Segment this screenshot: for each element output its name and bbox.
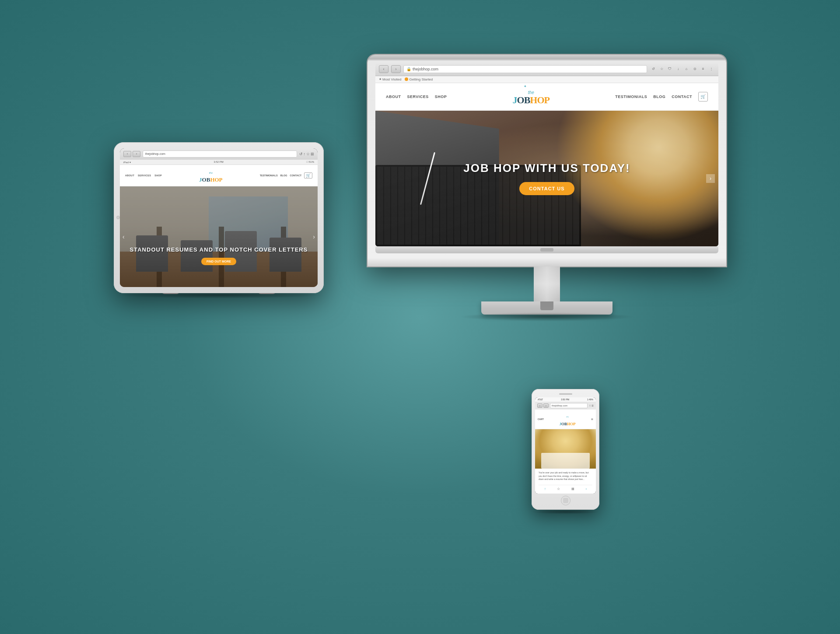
ipad-refresh-icon[interactable]: ↺ bbox=[299, 152, 303, 156]
ipad-hero-prev-arrow[interactable]: ‹ bbox=[122, 233, 125, 240]
iphone-browser-bar: ‹ › thejobhop.com ↑ ≡ bbox=[535, 402, 596, 410]
browser-back-btn[interactable]: ‹ bbox=[379, 65, 388, 73]
iphone-share-icon[interactable]: ↑ bbox=[589, 404, 591, 408]
bookmark-label: Most Visited bbox=[382, 77, 401, 81]
ipad-nav-testimonials[interactable]: TESTIMONIALS bbox=[260, 174, 278, 177]
nav-blog[interactable]: BLOG bbox=[653, 95, 665, 99]
iphone-nav-cart[interactable]: CART bbox=[538, 418, 544, 420]
hero-contact-btn[interactable]: CONTACT US bbox=[519, 182, 574, 195]
download-icon[interactable]: ↓ bbox=[675, 66, 682, 73]
iphone-bookmark-icon[interactable]: ≡ bbox=[592, 404, 594, 408]
ipad-hero-next-arrow[interactable]: › bbox=[313, 233, 315, 240]
sync-icon[interactable]: ⊙ bbox=[691, 66, 698, 73]
bookmark-most-visited[interactable]: ★ Most Visited bbox=[379, 77, 401, 81]
imac-browser-bar: ‹ › 🔒 thejobhop.com ↺ ☆ 🛡 ↓ ⌂ ⊙ bbox=[375, 63, 718, 76]
bookmark-getting-started[interactable]: Getting Started bbox=[405, 77, 433, 81]
ipad-nav-shop[interactable]: SHOP bbox=[154, 174, 162, 177]
imac-device: ‹ › 🔒 thejobhop.com ↺ ☆ 🛡 ↓ ⌂ ⊙ bbox=[368, 55, 726, 321]
ipad-browser-icons: ↺ ↑ ☆ ⊞ bbox=[299, 152, 315, 156]
ipad-logo: the JOBHOP bbox=[199, 168, 222, 183]
ipad-cart-icon[interactable]: 🛒 bbox=[304, 172, 312, 179]
overflow-icon[interactable]: ⋮ bbox=[708, 66, 715, 73]
iphone-shadow bbox=[532, 510, 599, 514]
iphone-content-text: You're over your job and ready to make a… bbox=[539, 471, 592, 481]
bird-icon: ✦ bbox=[524, 85, 527, 88]
ipad-url-bar[interactable]: thejobhop.com bbox=[143, 151, 297, 158]
imac-bezel: ‹ › 🔒 thejobhop.com ↺ ☆ 🛡 ↓ ⌂ ⊙ bbox=[375, 63, 718, 246]
iphone-home-inner bbox=[563, 498, 568, 503]
ipad-nav-about[interactable]: ABOUT bbox=[125, 174, 134, 177]
hero-title: JOB HOP WITH US TODAY! bbox=[463, 161, 630, 175]
nav-shop[interactable]: SHOP bbox=[435, 95, 447, 99]
ipad-hero-overlay bbox=[120, 186, 318, 287]
iphone-logo: the JOBHOP bbox=[560, 411, 576, 427]
ipad-tabs-icon[interactable]: ⊞ bbox=[311, 152, 314, 156]
star-icon[interactable]: ☆ bbox=[658, 66, 665, 73]
refresh-icon[interactable]: ↺ bbox=[650, 66, 657, 73]
imac-hero-text: JOB HOP WITH US TODAY! CONTACT US bbox=[463, 161, 630, 195]
ipad-home-button[interactable] bbox=[116, 216, 120, 219]
iphone-forward-bar-icon[interactable]: › bbox=[586, 487, 587, 491]
ipad-battery: □ 51% bbox=[307, 161, 314, 164]
imac-base-apple-icon bbox=[540, 301, 553, 310]
ipad-hero-btn[interactable]: FIND OUT MORE bbox=[201, 258, 236, 265]
iphone-menu-icon[interactable]: ≡ bbox=[591, 417, 593, 421]
imac-nav-right: TESTIMONIALS BLOG CONTACT 🛒 bbox=[615, 92, 708, 102]
imac-chin bbox=[375, 246, 718, 253]
iphone-status-bar: AT&T 3:50 PM 1:49% bbox=[535, 397, 596, 402]
iphone-nav-right: ≡ bbox=[591, 417, 593, 421]
ipad-bookmark-icon[interactable]: ☆ bbox=[306, 152, 310, 156]
iphone-home-button[interactable] bbox=[561, 496, 570, 505]
cart-symbol: 🛒 bbox=[700, 94, 706, 99]
iphone-battery: 1:49% bbox=[587, 398, 593, 401]
imac-url-text: thejobhop.com bbox=[413, 67, 438, 71]
imac-nav-left: ABOUT SERVICES SHOP bbox=[386, 95, 447, 99]
imac-url-bar[interactable]: 🔒 thejobhop.com bbox=[403, 65, 647, 73]
bookmark-label: Getting Started bbox=[409, 77, 433, 81]
ipad-time: 3:52 PM bbox=[214, 161, 224, 164]
nav-contact[interactable]: CONTACT bbox=[672, 95, 692, 99]
imac-chin-bar bbox=[540, 248, 553, 252]
iphone-website-header: CART the JOBHOP ≡ bbox=[535, 410, 596, 429]
ipad-nav-blog[interactable]: BLOG bbox=[280, 174, 287, 177]
ipad-share-icon[interactable]: ↑ bbox=[304, 152, 306, 156]
iphone-back-btn[interactable]: ‹ bbox=[537, 403, 542, 408]
imac-neck bbox=[534, 266, 560, 301]
iphone-url-bar[interactable]: thejobhop.com bbox=[550, 403, 588, 408]
ipad-forward-btn[interactable]: › bbox=[133, 151, 140, 157]
menu-icon[interactable]: ≡ bbox=[700, 66, 707, 73]
logo-jobhop: JOBHOP bbox=[513, 95, 550, 105]
iphone-share-bar-icon[interactable]: ↑ bbox=[544, 487, 546, 491]
iphone-bezel: AT&T 3:50 PM 1:49% ‹ › thejobhop.com ↑ bbox=[535, 397, 596, 494]
lock-icon: 🔒 bbox=[406, 67, 411, 71]
browser-forward-btn[interactable]: › bbox=[391, 65, 401, 73]
imac-website-header: ABOUT SERVICES SHOP ✦ the JO bbox=[375, 83, 718, 111]
iphone-device: AT&T 3:50 PM 1:49% ‹ › thejobhop.com ↑ bbox=[532, 389, 599, 514]
ipad-logo-the: the bbox=[209, 172, 213, 174]
iphone-nav-left: CART bbox=[538, 418, 544, 420]
ipad-device-label: iPad ▾ bbox=[123, 161, 131, 164]
home-icon[interactable]: ⌂ bbox=[683, 66, 690, 73]
ipad-back-btn[interactable]: ‹ bbox=[123, 151, 131, 157]
iphone-hero-paper bbox=[541, 453, 590, 469]
iphone-bookmark-bar-icon[interactable]: ☆ bbox=[557, 487, 560, 491]
iphone-outer: AT&T 3:50 PM 1:49% ‹ › thejobhop.com ↑ bbox=[532, 389, 599, 510]
iphone-forward-btn[interactable]: › bbox=[543, 403, 549, 408]
iphone-speaker bbox=[559, 393, 572, 395]
nav-testimonials[interactable]: TESTIMONIALS bbox=[615, 95, 647, 99]
ipad-hero-text: STANDOUT RESUMES AND TOP NOTCH COVER LET… bbox=[120, 246, 318, 265]
iphone-tabs-bar-icon[interactable]: ⊞ bbox=[571, 487, 574, 491]
iphone-logo-the: the bbox=[566, 416, 569, 418]
nav-about[interactable]: ABOUT bbox=[386, 95, 401, 99]
ipad-nav-contact[interactable]: CONTACT bbox=[290, 174, 301, 177]
ipad-nav-services[interactable]: SERVICES bbox=[138, 174, 151, 177]
imac-logo: ✦ the JOBHOP bbox=[513, 88, 550, 105]
ipad-logo-jobhop: JOBHOP bbox=[199, 175, 222, 183]
ipad-browser-bar: ‹ › thejobhop.com ↺ ↑ ☆ ⊞ bbox=[120, 148, 318, 160]
ipad-nav-right: TESTIMONIALS BLOG CONTACT 🛒 bbox=[260, 172, 312, 179]
imac-hero: JOB HOP WITH US TODAY! CONTACT US › bbox=[375, 111, 718, 246]
cart-icon[interactable]: 🛒 bbox=[698, 92, 708, 102]
ipad-device: ‹ › thejobhop.com ↺ ↑ ☆ ⊞ iPad ▾ bbox=[114, 142, 324, 298]
nav-services[interactable]: SERVICES bbox=[407, 95, 429, 99]
hero-next-arrow[interactable]: › bbox=[706, 174, 715, 183]
